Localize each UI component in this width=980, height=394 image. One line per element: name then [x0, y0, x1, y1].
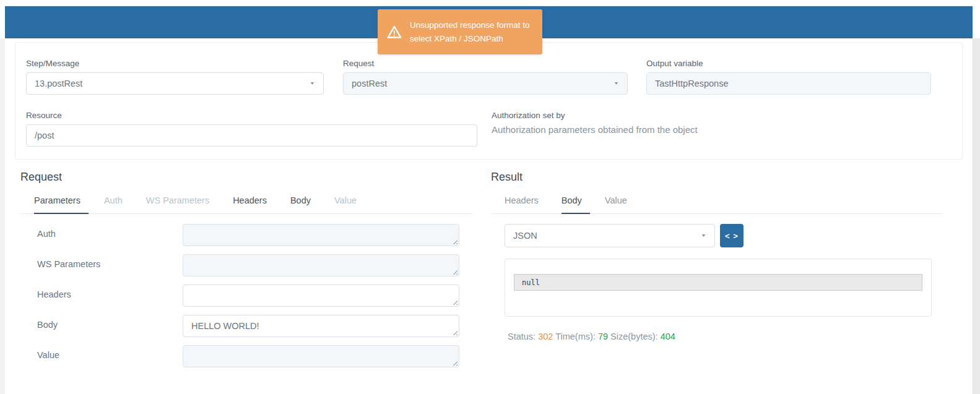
- tab-auth: Auth: [104, 195, 123, 213]
- output-variable-label: Output variable: [646, 59, 931, 68]
- headers-field-label: Headers: [20, 285, 183, 299]
- ws-parameters-field-label: WS Parameters: [20, 254, 183, 269]
- response-body-text: null: [522, 278, 540, 287]
- auth-textarea: [183, 224, 459, 246]
- form-row-ws-parameters: WS Parameters: [20, 254, 472, 276]
- value-field-label: Value: [20, 345, 183, 360]
- step-message-label: Step/Message: [26, 59, 324, 68]
- page-left-gutter: [0, 38, 5, 394]
- request-parameters-form: Auth WS Parameters Headers Body HELLO: [20, 224, 472, 367]
- tab-headers[interactable]: Headers: [233, 195, 267, 213]
- response-body-card: null: [505, 259, 932, 317]
- chevron-down-icon: ▼: [701, 233, 706, 238]
- response-body-viewer[interactable]: null: [514, 274, 922, 291]
- resource-input[interactable]: [26, 124, 477, 147]
- tab-body[interactable]: Body: [290, 195, 311, 213]
- value-textarea: [183, 345, 459, 367]
- auth-field-label: Auth: [20, 224, 183, 239]
- time-value: 79: [598, 332, 608, 341]
- request-section: Request Parameters Auth WS Parameters He…: [20, 171, 472, 375]
- result-tab-body[interactable]: Body: [562, 195, 582, 213]
- field-output-variable: Output variable: [646, 59, 931, 95]
- result-tab-value[interactable]: Value: [605, 195, 627, 213]
- response-format-selected-value: JSON: [513, 231, 537, 241]
- toast-message: Unsupported response format to select XP…: [410, 19, 535, 46]
- field-authorization: Authorization set by Authorization param…: [492, 111, 875, 135]
- size-label: Size(bytes):: [610, 332, 658, 341]
- view-code-button[interactable]: < >: [720, 224, 744, 247]
- ws-parameters-textarea: [183, 254, 459, 276]
- tab-ws-parameters: WS Parameters: [146, 195, 209, 213]
- result-tabbar: Headers Body Value: [491, 195, 943, 214]
- tab-value: Value: [334, 195, 357, 213]
- output-variable-input: [646, 72, 931, 95]
- form-row-auth: Auth: [20, 224, 472, 246]
- chevron-down-icon: ▼: [614, 81, 619, 86]
- result-tab-headers[interactable]: Headers: [505, 195, 539, 213]
- resource-label: Resource: [26, 111, 477, 120]
- size-value: 404: [661, 332, 675, 341]
- field-request: Request postRest ▼: [343, 59, 628, 95]
- step-message-select[interactable]: 13.postRest ▼: [26, 72, 324, 95]
- step-message-selected-value: 13.postRest: [35, 79, 82, 88]
- body-field-label: Body: [20, 315, 183, 330]
- vertical-scrollbar[interactable]: [973, 38, 980, 394]
- response-status-line: Status: 302 Time(ms): 79 Size(bytes): 40…: [508, 332, 943, 341]
- status-label: Status:: [508, 332, 536, 341]
- request-tabbar: Parameters Auth WS Parameters Headers Bo…: [20, 195, 472, 214]
- request-selected-value: postRest: [352, 79, 387, 88]
- form-row-value: Value: [20, 345, 472, 367]
- headers-textarea[interactable]: [183, 285, 459, 307]
- result-section-title: Result: [491, 171, 943, 184]
- status-code-value: 302: [538, 332, 553, 341]
- authorization-label: Authorization set by: [492, 111, 875, 120]
- field-resource: Resource: [26, 111, 477, 147]
- code-icon: < >: [725, 231, 739, 241]
- step-config-panel: Step/Message 13.postRest ▼ Request postR…: [15, 42, 963, 160]
- body-textarea[interactable]: HELLO WORLD!: [183, 315, 459, 337]
- form-row-headers: Headers: [20, 285, 472, 307]
- request-label: Request: [343, 59, 628, 68]
- form-row-body: Body HELLO WORLD!: [20, 315, 472, 337]
- result-section: Result Headers Body Value JSON ▼ < > nul…: [491, 171, 943, 341]
- chevron-down-icon: ▼: [310, 81, 315, 86]
- toast-notification[interactable]: Unsupported response format to select XP…: [378, 9, 542, 54]
- request-select: postRest ▼: [343, 72, 628, 95]
- warning-icon: [387, 25, 402, 40]
- response-format-select[interactable]: JSON ▼: [505, 224, 715, 247]
- authorization-value: Authorization parameters obtained from t…: [492, 124, 875, 135]
- tab-parameters[interactable]: Parameters: [34, 195, 80, 213]
- request-section-title: Request: [20, 171, 472, 184]
- field-step-message: Step/Message 13.postRest ▼: [26, 59, 324, 95]
- result-format-controls: JSON ▼ < >: [505, 224, 943, 247]
- time-label: Time(ms):: [555, 332, 596, 341]
